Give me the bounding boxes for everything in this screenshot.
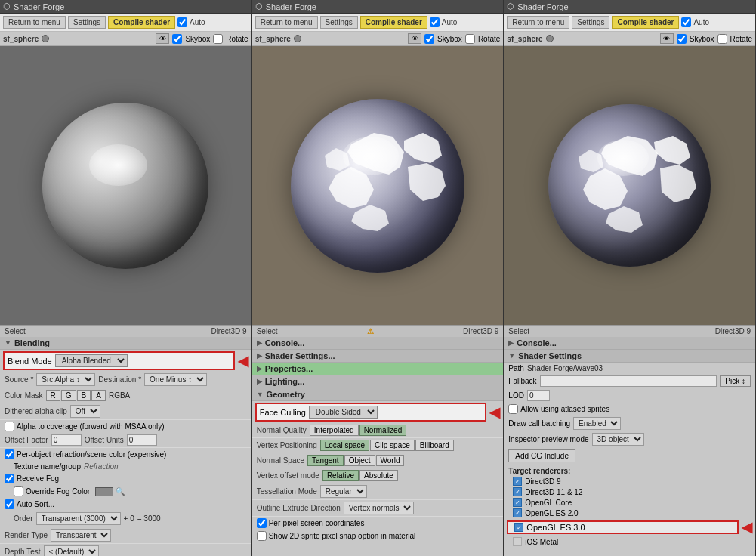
auto-checkbox-3[interactable] <box>681 17 691 27</box>
offset-factor-input[interactable] <box>51 434 82 446</box>
settings-btn-1[interactable]: Settings <box>68 16 106 29</box>
relative-btn[interactable]: Relative <box>322 470 359 481</box>
fog-color-swatch[interactable] <box>95 487 113 496</box>
interpolated-btn[interactable]: Interpolated <box>310 425 359 436</box>
draw-call-select[interactable]: Enabled <box>573 417 621 430</box>
object-btn[interactable]: Object <box>344 455 375 466</box>
renderer-d3d11-check[interactable]: ✓ <box>513 487 522 496</box>
render-type-select[interactable]: Transparent <box>51 529 111 542</box>
per-object-checkbox[interactable] <box>5 449 14 459</box>
renderer-opengl-core-check[interactable]: ✓ <box>513 498 522 507</box>
mask-g-btn[interactable]: G <box>61 390 76 401</box>
skybox-checkbox-3[interactable] <box>677 34 687 44</box>
lod-input[interactable] <box>527 390 550 401</box>
mask-b-btn[interactable]: B <box>77 390 91 401</box>
rotate-checkbox-1[interactable] <box>213 34 223 44</box>
settings-btn-2[interactable]: Settings <box>320 16 358 29</box>
renderer-d3d9-check[interactable]: ✓ <box>513 477 522 486</box>
allow-atlas-checkbox[interactable] <box>508 404 518 414</box>
console-header-2[interactable]: ▶ Console... <box>252 337 504 350</box>
face-culling-select[interactable]: Double Sided <box>309 406 378 419</box>
tessellation-label: Tessellation Mode <box>257 487 317 496</box>
compile-btn-3[interactable]: Compile shader <box>612 16 679 29</box>
shader-circle-2 <box>294 35 301 42</box>
auto-checkbox-2[interactable] <box>430 17 440 27</box>
mask-a-btn[interactable]: A <box>91 390 106 401</box>
settings-area-3[interactable]: ▶ Console... ▼ Shader Settings Path Shad… <box>504 337 755 556</box>
alpha-coverage-checkbox[interactable] <box>5 422 14 431</box>
return-menu-btn-2[interactable]: Return to menu <box>255 16 318 29</box>
mask-r-btn[interactable]: R <box>46 390 60 401</box>
settings-area-1[interactable]: ▼ Blending Blend Mode Alpha Blended ◀ So… <box>0 337 251 556</box>
per-pixel-checkbox[interactable] <box>257 518 267 528</box>
pick-btn[interactable]: Pick ↕ <box>720 375 751 387</box>
sphere-container-1 <box>0 46 251 325</box>
skybox-checkbox-2[interactable] <box>424 34 434 44</box>
fog-color-picker-icon[interactable]: 🔍 <box>116 487 125 496</box>
order-select[interactable]: Transparent (3000) <box>36 512 121 525</box>
shader-settings-label-3: Shader Settings <box>518 351 582 360</box>
override-fog-checkbox[interactable] <box>14 486 23 496</box>
title-1: Shader Forge <box>14 2 64 11</box>
properties-header-2[interactable]: ▶ Properties... <box>252 363 504 375</box>
properties-label-2: Properties... <box>265 364 313 373</box>
auto-checkbox-1[interactable] <box>177 17 187 27</box>
auto-sort-row: Auto Sort... <box>0 498 251 511</box>
source-select[interactable]: Src Alpha ↕ <box>36 373 95 386</box>
geometry-header-2[interactable]: ▼ Geometry <box>252 388 504 401</box>
local-space-btn[interactable]: Local space <box>320 440 369 451</box>
tangent-btn[interactable]: Tangent <box>307 455 344 466</box>
return-menu-btn-1[interactable]: Return to menu <box>3 16 66 29</box>
eye-btn-2[interactable]: 👁 <box>408 33 421 44</box>
renderer-opengl-es20-check[interactable]: ✓ <box>513 508 522 517</box>
normalized-btn[interactable]: Normalized <box>359 425 407 436</box>
renderer-ios-metal-check[interactable] <box>513 537 522 546</box>
settings-btn-3[interactable]: Settings <box>572 16 609 29</box>
dest-select[interactable]: One Minus ↕ <box>144 373 207 386</box>
compile-btn-2[interactable]: Compile shader <box>360 16 427 29</box>
renderer-opengl-es30-check[interactable]: ✓ <box>514 523 523 532</box>
svg-marker-11 <box>579 150 603 172</box>
depth-test-select[interactable]: ≤ (Default) <box>44 545 99 556</box>
fallback-input[interactable] <box>540 375 717 387</box>
rotate-checkbox-2[interactable] <box>465 34 475 44</box>
receive-fog-checkbox[interactable] <box>5 474 14 483</box>
add-cg-btn[interactable]: Add CG Include <box>508 449 575 462</box>
world-btn[interactable]: World <box>376 455 405 466</box>
normal-quality-row: Normal Quality Interpolated Normalized <box>252 423 504 438</box>
compile-btn-1[interactable]: Compile shader <box>108 16 175 29</box>
eye-btn-3[interactable]: 👁 <box>660 33 674 44</box>
shader-forge-icon-3: ⬡ <box>507 2 514 11</box>
override-fog-row: Override Fog Color 🔍 <box>0 485 251 498</box>
skybox-checkbox-1[interactable] <box>172 34 182 44</box>
outline-select[interactable]: Vertex normals <box>344 502 414 514</box>
shader-settings-header-3[interactable]: ▼ Shader Settings <box>504 350 755 363</box>
per-object-label: Per-object refraction/scene color (expen… <box>17 450 166 459</box>
blending-header[interactable]: ▼ Blending <box>0 337 251 350</box>
absolute-btn[interactable]: Absolute <box>359 470 398 481</box>
lighting-header-2[interactable]: ▶ Lighting... <box>252 375 504 388</box>
rotate-checkbox-3[interactable] <box>717 34 727 44</box>
dithered-select[interactable]: Off <box>70 405 100 418</box>
inspector-select[interactable]: 3D object <box>592 433 644 446</box>
auto-sort-checkbox[interactable] <box>5 499 14 509</box>
clip-space-btn[interactable]: Clip space <box>370 440 415 451</box>
depth-test-label: Depth Test <box>5 548 41 556</box>
auto-sort-label: Auto Sort... <box>17 500 54 508</box>
offset-row: Offset Factor Offset Units <box>0 433 251 448</box>
shader-settings-header-2[interactable]: ▶ Shader Settings... <box>252 350 504 363</box>
draw-call-row: Draw call batching Enabled <box>504 415 755 431</box>
billboard-btn[interactable]: Billboard <box>415 440 454 451</box>
return-menu-btn-3[interactable]: Return to menu <box>507 16 569 29</box>
renderer-opengl-es30-highlighted: ✓ OpenGL ES 3.0 <box>507 520 739 534</box>
eye-btn-1[interactable]: 👁 <box>156 33 169 44</box>
blend-mode-select[interactable]: Alpha Blended <box>55 354 128 367</box>
offset-units-input[interactable] <box>127 434 157 446</box>
normal-quality-label: Normal Quality <box>257 426 307 434</box>
console-header-3[interactable]: ▶ Console... <box>504 337 755 350</box>
settings-area-2[interactable]: ▶ Console... ▶ Shader Settings... ▶ Prop… <box>252 337 504 556</box>
tessellation-select[interactable]: Regular <box>320 485 367 498</box>
depth-test-row: Depth Test ≤ (Default) <box>0 544 251 556</box>
per-object-row: Per-object refraction/scene color (expen… <box>0 448 251 461</box>
show-2d-checkbox[interactable] <box>257 531 267 541</box>
